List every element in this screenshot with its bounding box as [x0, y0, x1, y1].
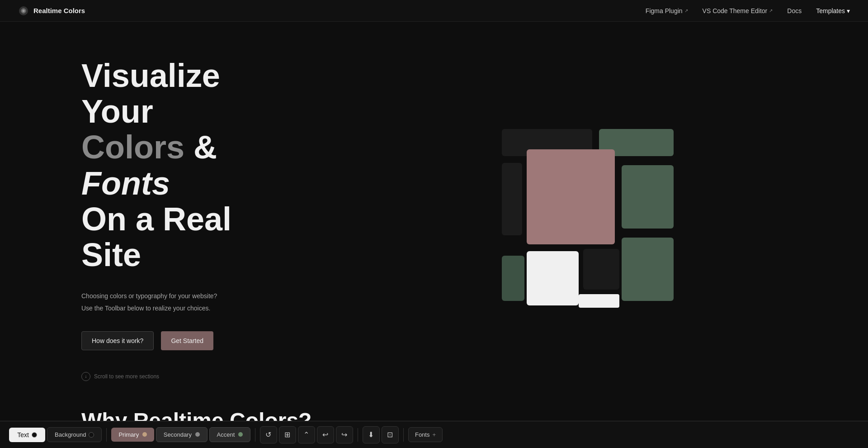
- redo-button[interactable]: ↪: [336, 426, 353, 443]
- hero-title: Visualize Your Colors & Fonts On a Real …: [81, 58, 289, 273]
- vscode-link[interactable]: VS Code Theme Editor ↗: [703, 7, 773, 14]
- primary-dot-icon: [142, 432, 147, 437]
- expand-icon-button[interactable]: ⌃: [298, 426, 315, 443]
- hero-left: Visualize Your Colors & Fonts On a Real …: [0, 22, 316, 408]
- hero-subtitle: Choosing colors or typography for your w…: [81, 291, 289, 313]
- templates-button[interactable]: Templates ▾: [816, 7, 850, 14]
- accent-color-button[interactable]: Accent: [209, 427, 250, 442]
- how-does-it-work-button[interactable]: How does it work?: [81, 331, 154, 350]
- hero-right: [316, 22, 868, 408]
- undo-icon: ↩: [322, 430, 328, 439]
- text-dot-icon: [32, 432, 37, 438]
- accent-dot-icon: [238, 432, 243, 437]
- secondary-dot-icon: [195, 432, 200, 437]
- fonts-plus-icon: +: [432, 431, 436, 438]
- color-swatch-dark-2: [502, 163, 522, 235]
- bg-dot-icon: [89, 432, 94, 438]
- nav-left: Realtime Colors: [18, 5, 85, 16]
- figma-plugin-link[interactable]: Figma Plugin ↗: [646, 7, 688, 14]
- brand-name: Realtime Colors: [33, 7, 85, 14]
- toolbar: Text Background Primary Secondary Accent…: [0, 421, 868, 448]
- color-swatch-mauve: [527, 149, 615, 244]
- color-swatch-white: [527, 251, 579, 305]
- color-swatch-dark-3: [583, 249, 619, 290]
- download-icon: ⬇: [368, 430, 374, 439]
- hero-buttons: How does it work? Get Started: [81, 331, 289, 350]
- logo-icon: [18, 5, 29, 16]
- grid-icon-button[interactable]: ⊞: [279, 426, 296, 443]
- nav-right: Figma Plugin ↗ VS Code Theme Editor ↗ Do…: [646, 7, 850, 14]
- undo-button[interactable]: ↩: [317, 426, 334, 443]
- toolbar-divider-1: [106, 428, 107, 442]
- secondary-color-button[interactable]: Secondary: [156, 427, 208, 442]
- navbar: Realtime Colors Figma Plugin ↗ VS Code T…: [0, 0, 868, 22]
- scroll-circle-icon: ↓: [81, 372, 90, 381]
- get-started-button[interactable]: Get Started: [161, 331, 213, 350]
- chevron-down-icon: ▾: [847, 7, 850, 14]
- color-swatch-forest-2: [622, 165, 674, 229]
- grid-icon: ⊞: [284, 430, 290, 439]
- external-link-icon-2: ↗: [769, 8, 773, 13]
- download-button[interactable]: ⬇: [363, 426, 380, 443]
- color-grid: [502, 129, 683, 319]
- main-content: Visualize Your Colors & Fonts On a Real …: [0, 0, 868, 408]
- docs-link[interactable]: Docs: [787, 7, 802, 14]
- color-swatch-forest-3: [502, 256, 524, 301]
- toolbar-divider-4: [403, 428, 404, 442]
- redo-icon: ↪: [341, 430, 347, 439]
- expand-up-icon: ⌃: [303, 430, 309, 439]
- fonts-button[interactable]: Fonts +: [408, 427, 443, 442]
- share-button[interactable]: ⊡: [382, 426, 399, 443]
- scroll-hint: ↓ Scroll to see more sections: [81, 372, 289, 381]
- background-color-button[interactable]: Background: [47, 427, 102, 442]
- share-icon: ⊡: [387, 430, 393, 439]
- toolbar-divider-3: [358, 428, 358, 442]
- color-swatch-white-2: [579, 294, 619, 308]
- color-swatch-forest-4: [622, 238, 674, 301]
- rotate-icon: ↺: [265, 430, 271, 439]
- rotate-icon-button[interactable]: ↺: [260, 426, 277, 443]
- toolbar-divider-2: [255, 428, 255, 442]
- text-color-button[interactable]: Text: [9, 428, 45, 442]
- primary-color-button[interactable]: Primary: [111, 428, 154, 442]
- external-link-icon: ↗: [684, 8, 688, 13]
